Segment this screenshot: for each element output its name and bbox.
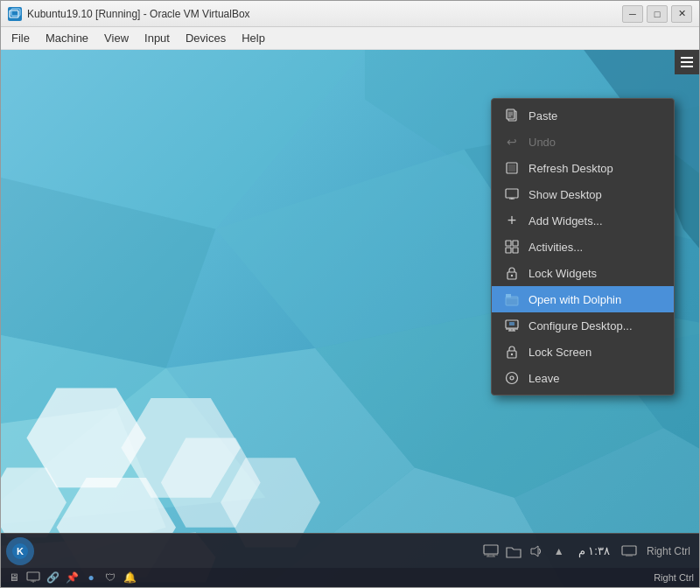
right-ctrl-bottom: Right Ctrl — [654, 572, 694, 583]
ctx-lock-screen[interactable]: Lock Screen — [492, 339, 674, 365]
svg-rect-41 — [506, 294, 511, 298]
svg-rect-36 — [513, 248, 518, 253]
svg-point-38 — [511, 275, 513, 276]
bt-link-icon[interactable]: 🔗 — [45, 570, 60, 585]
minimize-button[interactable]: ─ — [622, 5, 643, 23]
taskbar-left: K — [6, 537, 34, 565]
svg-point-50 — [507, 373, 518, 384]
close-button[interactable]: ✕ — [671, 5, 692, 23]
ctx-activities-label: Activities... — [528, 241, 662, 254]
add-widgets-icon: + — [504, 213, 520, 228]
ctx-open-dolphin-label: Open with Dolphin — [528, 293, 662, 306]
svg-marker-59 — [531, 546, 538, 556]
menu-machine[interactable]: Machine — [38, 29, 95, 47]
tray-folder-icon[interactable] — [505, 542, 522, 560]
taskbar: K — [1, 533, 699, 568]
ctx-paste-label: Paste — [528, 109, 662, 122]
maximize-button[interactable]: □ — [647, 5, 668, 23]
tray-volume-icon[interactable] — [528, 542, 545, 560]
ctx-add-widgets-label: Add Widgets... — [528, 214, 662, 228]
title-bar: Kubuntu19.10 [Running] - Oracle VM Virtu… — [1, 1, 699, 27]
undo-icon: ↩ — [504, 134, 520, 150]
svg-rect-30 — [506, 189, 518, 198]
bt-pin-icon[interactable]: 📌 — [64, 570, 80, 585]
ctx-lock-widgets[interactable]: Lock Widgets — [492, 260, 674, 286]
context-menu: Paste ↩ Undo Refresh Desktop — [491, 98, 675, 396]
window-title: Kubuntu19.10 [Running] - Oracle VM Virtu… — [27, 8, 622, 20]
ctx-paste[interactable]: Paste — [492, 102, 674, 129]
bt-network-icon[interactable] — [25, 570, 41, 585]
configure-desktop-icon — [504, 318, 520, 333]
ctx-lock-screen-label: Lock Screen — [528, 346, 662, 359]
svg-rect-29 — [508, 164, 515, 172]
menu-file[interactable]: File — [4, 29, 37, 47]
hamburger-icon — [681, 57, 693, 67]
lock-widgets-icon — [504, 265, 520, 281]
bt-notification-icon[interactable]: 🔔 — [122, 570, 137, 585]
menu-help[interactable]: Help — [234, 29, 272, 47]
menu-bar: File Machine View Input Devices Help — [1, 27, 699, 50]
ctx-undo[interactable]: ↩ Undo — [492, 129, 674, 155]
ctx-undo-label: Undo — [528, 136, 662, 149]
ctx-show-desktop[interactable]: Show Desktop — [492, 181, 674, 207]
svg-rect-62 — [27, 572, 39, 580]
menu-devices[interactable]: Devices — [178, 29, 233, 47]
bt-bluetooth-icon[interactable]: ● — [83, 570, 99, 585]
lock-screen-icon — [504, 344, 520, 360]
dolphin-icon — [504, 291, 520, 307]
refresh-icon — [504, 160, 520, 176]
bt-monitor-icon[interactable]: 🖥 — [6, 570, 22, 585]
window-controls: ─ □ ✕ — [622, 5, 692, 23]
ctx-leave-label: Leave — [528, 372, 662, 385]
svg-rect-60 — [622, 546, 636, 555]
menu-input[interactable]: Input — [137, 29, 177, 47]
paste-icon — [504, 108, 520, 123]
tray-arrow-icon[interactable]: ▲ — [550, 542, 568, 560]
ctx-show-desktop-label: Show Desktop — [528, 188, 662, 201]
ctx-leave[interactable]: Leave — [492, 365, 674, 391]
svg-point-49 — [511, 354, 513, 355]
kmenu-button[interactable]: K — [6, 537, 34, 565]
desktop-background[interactable]: Paste ↩ Undo Refresh Desktop — [1, 50, 699, 587]
tray-screen-icon[interactable] — [620, 542, 638, 560]
ctx-add-widgets[interactable]: + Add Widgets... — [492, 207, 674, 234]
bt-shield-icon[interactable]: 🛡 — [102, 570, 118, 585]
ctx-activities[interactable]: Activities... — [492, 234, 674, 260]
corner-menu-button[interactable] — [675, 50, 699, 74]
show-desktop-icon — [504, 186, 520, 202]
svg-rect-47 — [509, 322, 514, 326]
svg-rect-39 — [506, 297, 518, 305]
taskbar-right: ▲ ۱:۳۸ م Right Ctrl — [482, 542, 694, 560]
tray-display-icon[interactable] — [482, 542, 500, 560]
virtualbox-window: Kubuntu19.10 [Running] - Oracle VM Virtu… — [0, 0, 700, 588]
ctx-open-dolphin[interactable]: Open with Dolphin — [492, 286, 674, 312]
ctx-refresh-desktop[interactable]: Refresh Desktop — [492, 155, 674, 181]
menu-view[interactable]: View — [97, 29, 136, 47]
svg-rect-35 — [506, 248, 511, 253]
ctx-configure-desktop[interactable]: Configure Desktop... — [492, 312, 674, 339]
svg-rect-34 — [513, 241, 518, 246]
svg-rect-33 — [506, 241, 511, 246]
ctx-refresh-desktop-label: Refresh Desktop — [528, 162, 662, 175]
system-clock: ۱:۳۸ م — [573, 544, 615, 557]
app-icon — [8, 7, 22, 21]
leave-icon — [504, 370, 520, 386]
svg-point-51 — [510, 376, 514, 380]
bottom-tray: 🖥 🔗 📌 ● 🛡 🔔 Right Ctrl — [1, 568, 699, 587]
activities-icon — [504, 239, 520, 255]
right-ctrl-label: Right Ctrl — [643, 545, 694, 557]
svg-text:K: K — [17, 546, 24, 556]
ctx-lock-widgets-label: Lock Widgets — [528, 267, 662, 280]
svg-rect-54 — [484, 545, 498, 554]
vm-screen[interactable]: Paste ↩ Undo Refresh Desktop — [1, 50, 699, 587]
ctx-configure-desktop-label: Configure Desktop... — [528, 319, 662, 332]
